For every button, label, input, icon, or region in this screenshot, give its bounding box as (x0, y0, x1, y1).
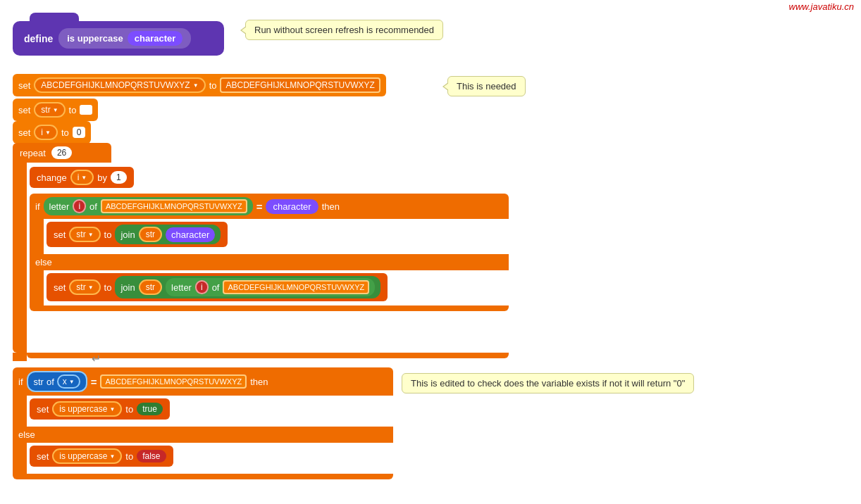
true-value: true (137, 403, 163, 415)
str-of-x-block: str of x ▼ (27, 371, 87, 392)
define-param: character (128, 31, 183, 46)
str-in-join[interactable]: str (139, 227, 162, 242)
watermark: www.javatiku.cn (789, 1, 854, 12)
callout-needed-text: This is needed (457, 81, 516, 92)
callout-needed: This is needed (447, 76, 526, 96)
fn-name-text: is uppercase (67, 33, 123, 44)
character-var: character (266, 199, 318, 214)
to-label-1: to (209, 80, 217, 91)
false-value: false (137, 450, 166, 462)
str-else-join[interactable]: str (139, 279, 162, 295)
letter-else-block: letter i of ABCDEFGHIJKLMNOPQRSTUVWXYZ (166, 278, 375, 296)
is-uppercase-false-dropdown[interactable]: is uppercase ▼ (52, 448, 122, 464)
set-str-block: set str ▼ to (13, 99, 98, 121)
repeat-block: repeat 26 change i ▼ by 1 if (13, 143, 509, 361)
return-arrow: ↵ (92, 352, 101, 365)
abc-var-dropdown[interactable]: ABCDEFGHIJKLMNOPQRSTUVWXYZ ▼ (34, 77, 205, 93)
set-uppercase-false: set is uppercase ▼ to false (30, 446, 173, 467)
define-label: define (24, 33, 53, 44)
define-block: define is uppercase character (13, 21, 224, 56)
x-dropdown[interactable]: x ▼ (57, 374, 80, 389)
repeat-count: 26 (51, 146, 72, 159)
i-else-var[interactable]: i (195, 280, 209, 294)
abc-val-in-letter: ABCDEFGHIJKLMNOPQRSTUVWXYZ (101, 199, 247, 213)
set-i-block: set i ▼ to 0 (13, 121, 91, 144)
define-fn-name: is uppercase character (58, 28, 191, 49)
str-value-empty[interactable] (80, 105, 92, 115)
letter-block: letter i of ABCDEFGHIJKLMNOPQRSTUVWXYZ (44, 197, 253, 215)
change-val: 1 (111, 171, 127, 184)
i-var-letter[interactable]: i (73, 199, 86, 213)
set-str-letter-block: set str ▼ to join str (47, 273, 388, 301)
if-block: if letter i of ABCDEFGHIJKLMNOPQRSTUVWXY… (30, 194, 509, 311)
set-label: set (18, 80, 30, 91)
else-bar-inner: else (30, 254, 509, 270)
join-else-block: join str letter i of (115, 276, 380, 298)
abc-value: ABCDEFGHIJKLMNOPQRSTUVWXYZ (220, 77, 380, 93)
callout-refresh: Run without screen refresh is recommende… (245, 20, 443, 40)
outer-if-block: if str of x ▼ = ABCDEFGHIJKLMNOPQRSTUVWX… (13, 367, 393, 479)
set-str-join-block: set str ▼ to join str cha (47, 222, 228, 247)
callout-refresh-text: Run without screen refresh is recommende… (254, 25, 434, 35)
abc-outer-val: ABCDEFGHIJKLMNOPQRSTUVWXYZ (100, 374, 247, 389)
join-block: join str character (115, 225, 221, 244)
callout-edited: This is edited to check does the variabl… (402, 373, 694, 393)
set-abc-block: set ABCDEFGHIJKLMNOPQRSTUVWXYZ ▼ to ABCD… (13, 74, 386, 96)
i-value-0: 0 (73, 127, 86, 138)
character-in-join: character (166, 227, 215, 242)
param-text: character (135, 33, 176, 44)
i-var-dropdown[interactable]: i ▼ (34, 125, 58, 140)
str-else-dropdown[interactable]: str ▼ (69, 279, 100, 295)
repeat-label: repeat (20, 148, 46, 158)
abc-else-val: ABCDEFGHIJKLMNOPQRSTUVWXYZ (223, 280, 369, 294)
str-join-dropdown[interactable]: str ▼ (69, 227, 100, 242)
else-bar-outer: else (13, 427, 393, 443)
callout-edited-text: This is edited to check does the variabl… (411, 378, 685, 389)
str-var-dropdown[interactable]: str ▼ (34, 102, 65, 118)
set-uppercase-true: set is uppercase ▼ to true (30, 398, 170, 420)
change-i-dropdown[interactable]: i ▼ (70, 170, 94, 185)
change-i-block: change i ▼ by 1 (30, 167, 134, 188)
is-uppercase-true-dropdown[interactable]: is uppercase ▼ (52, 401, 122, 417)
